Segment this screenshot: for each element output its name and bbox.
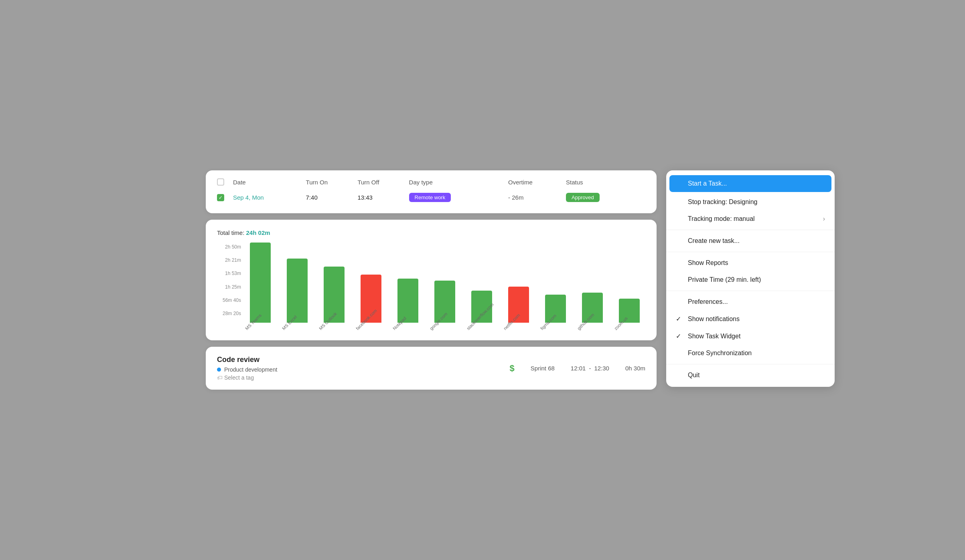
menu-item-private-time[interactable]: Private Time (29 min. left)	[666, 271, 835, 288]
table-card: Date Turn On Turn Off Day type Overtime …	[206, 170, 657, 213]
sprint-label: Sprint 68	[531, 365, 555, 372]
bar-group: MS Excel	[281, 259, 313, 332]
menu-item-show-notifications[interactable]: ✓Show notifications	[666, 310, 835, 328]
y-label: 1h 25m	[217, 284, 241, 290]
tag-icon: 🏷	[217, 374, 223, 381]
menu-divider	[666, 291, 835, 291]
y-label: 1h 53m	[217, 271, 241, 276]
context-menu: Start a Task...Stop tracking: DesigningT…	[666, 170, 835, 387]
menu-item-label: Private Time (29 min. left)	[688, 276, 761, 283]
menu-item-create-task[interactable]: Create new task...	[666, 232, 835, 249]
row-turnoff: 13:43	[357, 190, 409, 205]
time-dash: -	[589, 365, 591, 372]
chart-card: Total time: 24h 02m 2h 50m 2h 21m 1h 53m…	[206, 220, 657, 340]
main-container: Date Turn On Turn Off Day type Overtime …	[206, 170, 759, 390]
menu-item-label: Start a Task...	[688, 180, 727, 187]
submenu-arrow-icon: ›	[823, 215, 825, 222]
row-status: Approved	[566, 190, 645, 205]
menu-item-force-sync[interactable]: Force Synchronization	[666, 345, 835, 362]
menu-item-label: Show Task Widget	[688, 333, 740, 340]
col-turnoff: Turn Off	[357, 178, 409, 190]
bar-group: facebook.com	[355, 275, 387, 332]
daytype-badge: Remote work	[409, 193, 451, 202]
col-overtime: Overtime	[508, 178, 566, 190]
menu-item-label: Quit	[688, 372, 699, 379]
left-panel: Date Turn On Turn Off Day type Overtime …	[206, 170, 657, 390]
bar-group: github.com	[576, 293, 608, 332]
tag-placeholder: Select a tag	[224, 374, 254, 381]
time-end: 12:30	[594, 365, 609, 372]
timesheet-table: Date Turn On Turn Off Day type Overtime …	[217, 178, 645, 205]
y-label: 2h 21m	[217, 257, 241, 263]
menu-item-show-reports[interactable]: Show Reports	[666, 255, 835, 271]
menu-item-tracking-mode[interactable]: Tracking mode: manual›	[666, 210, 835, 227]
total-time-label: Total time: 24h 02m	[217, 229, 645, 236]
task-meta: $ Sprint 68 12:01 - 12:30 0h 30m	[510, 363, 645, 374]
billable-icon: $	[510, 363, 515, 374]
menu-divider	[666, 364, 835, 364]
menu-item-label: Preferences...	[688, 298, 728, 305]
col-status: Status	[566, 178, 645, 190]
select-all-checkbox[interactable]	[217, 178, 224, 186]
project-name: Product development	[224, 366, 277, 373]
row-overtime: - 26m	[508, 190, 566, 205]
row-checkbox[interactable]: ✓	[217, 194, 224, 201]
checkmark-icon: ✓	[676, 332, 684, 340]
task-info: Code review Product development 🏷 Select…	[217, 356, 510, 381]
bar-group: MS Teams	[244, 243, 276, 332]
chart-area: 2h 50m 2h 21m 1h 53m 1h 25m 56m 40s 28m …	[217, 244, 645, 332]
bar-group: google.com	[429, 281, 461, 332]
menu-divider	[666, 230, 835, 230]
task-project: Product development	[217, 366, 510, 373]
row-daytype: Remote work	[409, 190, 508, 205]
bar-group: zoom.us	[613, 299, 645, 332]
col-daytype: Day type	[409, 178, 508, 190]
status-badge: Approved	[566, 193, 600, 202]
time-start: 12:01	[571, 365, 586, 372]
project-dot	[217, 368, 221, 372]
task-tag[interactable]: 🏷 Select a tag	[217, 374, 510, 381]
bar-group: MS Outlook	[318, 267, 350, 332]
menu-item-label: Create new task...	[688, 237, 740, 245]
col-turnon: Turn On	[306, 178, 358, 190]
menu-item-label: Tracking mode: manual	[688, 215, 755, 222]
bar-group: figma.com	[539, 295, 572, 332]
menu-item-show-task-widget[interactable]: ✓Show Task Widget	[666, 328, 835, 345]
y-label: 2h 50m	[217, 244, 241, 250]
row-date: Sep 4, Mon	[233, 190, 306, 205]
row-turnon: 7:40	[306, 190, 358, 205]
col-date: Date	[233, 178, 306, 190]
y-label: 28m 20s	[217, 311, 241, 316]
menu-divider	[666, 252, 835, 252]
total-time-value: 24h 02m	[246, 229, 270, 236]
y-axis: 2h 50m 2h 21m 1h 53m 1h 25m 56m 40s 28m …	[217, 244, 241, 332]
task-card: Code review Product development 🏷 Select…	[206, 347, 657, 390]
menu-item-label: Show notifications	[688, 315, 740, 323]
y-label: 56m 40s	[217, 297, 241, 303]
menu-item-label: Force Synchronization	[688, 350, 752, 357]
bar-group: Notepad	[392, 279, 424, 332]
bars-container: MS TeamsMS ExcelMS Outlookfacebook.comNo…	[244, 244, 645, 332]
bar-group: netflix.com	[503, 287, 535, 332]
menu-item-start-task[interactable]: Start a Task...	[669, 175, 831, 192]
menu-item-quit[interactable]: Quit	[666, 367, 835, 384]
menu-item-preferences[interactable]: Preferences...	[666, 293, 835, 310]
checkmark-icon: ✓	[676, 315, 684, 323]
menu-item-stop-tracking[interactable]: Stop tracking: Designing	[666, 194, 835, 210]
menu-item-label: Show Reports	[688, 259, 728, 267]
task-title: Code review	[217, 356, 510, 364]
menu-item-label: Stop tracking: Designing	[688, 198, 757, 206]
bar-group: stackoverflow.com	[466, 291, 498, 332]
time-range: 12:01 - 12:30	[571, 365, 609, 372]
time-duration: 0h 30m	[625, 365, 645, 372]
table-row: ✓ Sep 4, Mon 7:40 13:43 Remote work - 26…	[217, 190, 645, 205]
